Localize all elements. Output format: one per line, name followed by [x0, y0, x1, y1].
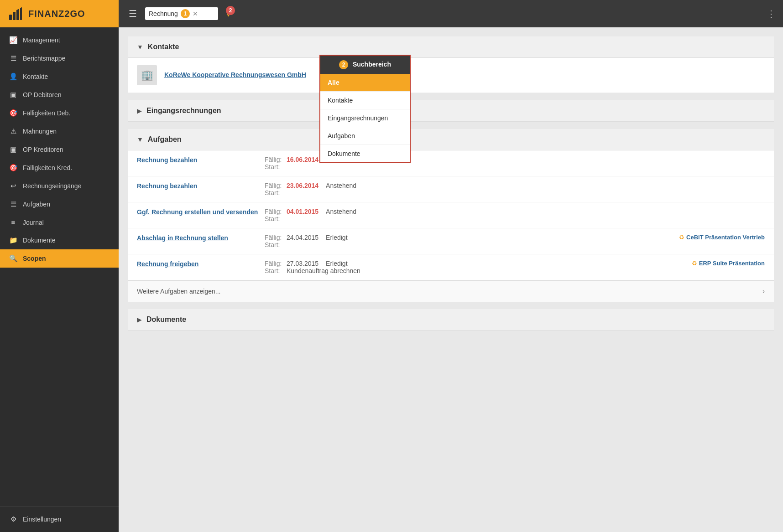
svg-rect-3 — [16, 9, 19, 20]
svg-rect-1 — [9, 15, 12, 20]
task-name-1: Rechnung bezahlen — [137, 156, 265, 165]
dokumente-icon: 📁 — [9, 236, 17, 244]
sidebar-item-faelligkeiten-deb[interactable]: 🎯 Fälligkeiten Deb. — [0, 104, 119, 122]
sidebar-item-kontakte[interactable]: 👤 Kontakte — [0, 67, 119, 86]
section-kontakte-header[interactable]: ▼ Kontakte — [128, 36, 774, 58]
sidebar-item-scopen[interactable]: 🔍 Scopen — [0, 249, 119, 268]
sidebar-item-label: Fälligkeiten Kred. — [23, 164, 72, 171]
dropdown-title: Suchbereich — [353, 61, 391, 68]
search-box[interactable]: Rechnung 1 ✕ — [145, 7, 218, 20]
sidebar-item-label: Mahnungen — [23, 128, 57, 135]
task-date-5: 27.03.2015 — [287, 260, 318, 267]
search-badge-1: 1 — [181, 9, 190, 18]
logo-text: FINANZ2GO — [28, 9, 85, 19]
sidebar-item-mahnungen[interactable]: ⚠ Mahnungen — [0, 122, 119, 140]
sidebar-item-aufgaben[interactable]: ☰ Aufgaben — [0, 195, 119, 213]
task-info-5: Fällig: 27.03.2015 Erledigt Start: Kunde… — [265, 260, 683, 274]
section-dokumente: ▶ Dokumente — [128, 309, 774, 331]
filter-wrapper: ⊽ 2 — [224, 9, 231, 19]
svg-rect-4 — [20, 7, 22, 20]
sidebar-item-label: Rechnungseingänge — [23, 182, 81, 190]
sidebar: FINANZ2GO 📈 Management ☰ Berichtsmappe 👤… — [0, 0, 119, 532]
sidebar-item-faelligkeiten-kred[interactable]: 🎯 Fälligkeiten Kred. — [0, 159, 119, 177]
mahnungen-icon: ⚠ — [9, 127, 17, 135]
task-status-4: Erledigt — [326, 234, 347, 241]
sidebar-item-journal[interactable]: ≡ Journal — [0, 213, 119, 231]
sidebar-item-label: Einstellungen — [23, 516, 61, 523]
search-close-icon[interactable]: ✕ — [193, 10, 198, 17]
ref-link-4[interactable]: CeBiT Präsentation Vertrieb — [686, 234, 765, 241]
sidebar-item-dokumente[interactable]: 📁 Dokumente — [0, 231, 119, 249]
sidebar-item-op-kreditoren[interactable]: ▣ OP Kreditoren — [0, 140, 119, 159]
section-aufgaben: ▼ Aufgaben Rechnung bezahlen Fällig: 16.… — [128, 129, 774, 302]
task-link-4[interactable]: Abschlag in Rechnung stellen — [137, 234, 228, 242]
sidebar-item-label: OP Kreditoren — [23, 146, 63, 153]
main: ☰ Rechnung 1 ✕ ⊽ 2 ⋮ 2 Suchbereich Alle … — [119, 0, 783, 532]
kontakte-section-title: Kontakte — [148, 43, 179, 51]
eingangsrechnungen-section-title: Eingangsrechnungen — [146, 107, 221, 115]
kontakte-section-body: 🏢 KoReWe Kooperative Rechnungswesen GmbH — [128, 58, 774, 93]
faelligkeiten-deb-icon: 🎯 — [9, 109, 17, 117]
dropdown-item-aufgaben[interactable]: Aufgaben — [320, 127, 410, 145]
aufgaben-section-title: Aufgaben — [148, 135, 182, 144]
task-link-2[interactable]: Rechnung bezahlen — [137, 182, 197, 190]
task-date-2: 23.06.2014 — [287, 182, 318, 189]
sidebar-item-label: Dokumente — [23, 237, 56, 244]
faelligkeiten-kred-icon: 🎯 — [9, 164, 17, 172]
logo: FINANZ2GO — [0, 0, 119, 27]
topbar-menu-dots-icon[interactable]: ⋮ — [767, 8, 776, 19]
dropdown-item-alle[interactable]: Alle — [320, 74, 410, 92]
dropdown-header: 2 Suchbereich — [319, 55, 411, 74]
eingangsrechnungen-collapse-icon: ▶ — [137, 107, 142, 114]
section-eingangsrechnungen-header[interactable]: ▶ Eingangsrechnungen — [128, 100, 774, 122]
task-link-5[interactable]: Rechnung freigeben — [137, 260, 198, 268]
ref-link-5[interactable]: ERP Suite Präsentation — [699, 260, 765, 267]
op-debitoren-icon: ▣ — [9, 91, 17, 99]
filter-badge: 2 — [226, 6, 235, 15]
section-kontakte: ▼ Kontakte 🏢 KoReWe Kooperative Rechnung… — [128, 36, 774, 93]
dokumente-collapse-icon: ▶ — [137, 316, 142, 323]
search-tag-text: Rechnung — [149, 10, 178, 17]
svg-rect-2 — [13, 12, 16, 20]
aufgaben-section-body: Rechnung bezahlen Fällig: 16.06.2014 Ans… — [128, 150, 774, 302]
sidebar-item-op-debitoren[interactable]: ▣ OP Debitoren — [0, 86, 119, 104]
more-aufgaben-arrow-icon: › — [762, 287, 765, 295]
task-substatus-5: Kundenauftrag abrechnen — [287, 267, 360, 274]
sidebar-item-label: Journal — [23, 219, 44, 226]
building-icon: 🏢 — [137, 65, 157, 85]
task-link-1[interactable]: Rechnung bezahlen — [137, 156, 197, 164]
einstellungen-icon: ⚙ — [9, 515, 17, 523]
section-aufgaben-header[interactable]: ▼ Aufgaben — [128, 129, 774, 150]
task-name-4: Abschlag in Rechnung stellen — [137, 234, 265, 243]
kontakte-collapse-icon: ▼ — [137, 43, 143, 51]
sidebar-item-einstellungen[interactable]: ⚙ Einstellungen — [0, 510, 119, 528]
sidebar-item-label: OP Debitoren — [23, 91, 62, 98]
task-info-3: Fällig: 04.01.2015 Anstehend Start: — [265, 208, 765, 222]
sidebar-nav: 📈 Management ☰ Berichtsmappe 👤 Kontakte … — [0, 27, 119, 506]
dropdown-item-kontakte[interactable]: Kontakte — [320, 92, 410, 109]
task-link-3[interactable]: Ggf. Rechnung erstellen und versenden — [137, 208, 258, 216]
sidebar-item-rechnungseingaenge[interactable]: ↩ Rechnungseingänge — [0, 177, 119, 195]
task-row: Rechnung bezahlen Fällig: 23.06.2014 Ans… — [128, 176, 774, 202]
task-ref-5: ♻ ERP Suite Präsentation — [692, 260, 765, 267]
contact-name-link[interactable]: KoReWe Kooperative Rechnungswesen GmbH — [164, 71, 306, 80]
dropdown-item-dokumente[interactable]: Dokumente — [320, 145, 410, 162]
task-name-5: Rechnung freigeben — [137, 260, 265, 269]
rechnungseingaenge-icon: ↩ — [9, 182, 17, 190]
task-name-2: Rechnung bezahlen — [137, 182, 265, 191]
contact-row: 🏢 KoReWe Kooperative Rechnungswesen GmbH — [128, 58, 774, 93]
task-status-2: Anstehend — [326, 182, 356, 189]
section-dokumente-header[interactable]: ▶ Dokumente — [128, 309, 774, 331]
task-ref-4: ♻ CeBiT Präsentation Vertrieb — [679, 234, 765, 241]
sidebar-item-label: Fälligkeiten Deb. — [23, 109, 70, 117]
sidebar-item-label: Management — [23, 36, 60, 44]
sidebar-item-berichtsmappe[interactable]: ☰ Berichtsmappe — [0, 49, 119, 67]
dropdown-item-eingangsrechnungen[interactable]: Eingangsrechnungen — [320, 109, 410, 127]
hamburger-icon[interactable]: ☰ — [126, 6, 140, 21]
sidebar-item-label: Scopen — [23, 255, 46, 262]
task-row: Abschlag in Rechnung stellen Fällig: 24.… — [128, 228, 774, 254]
sidebar-item-management[interactable]: 📈 Management — [0, 31, 119, 49]
more-aufgaben-row[interactable]: Weitere Aufgaben anzeigen... › — [128, 280, 774, 302]
ref-icon-5: ♻ — [692, 260, 697, 267]
search-scope-dropdown: 2 Suchbereich Alle Kontakte Eingangsrech… — [319, 55, 411, 163]
